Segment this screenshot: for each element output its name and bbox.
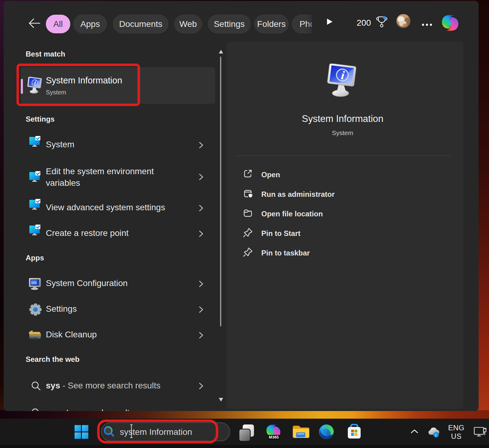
svg-text:M365: M365 bbox=[269, 435, 279, 439]
